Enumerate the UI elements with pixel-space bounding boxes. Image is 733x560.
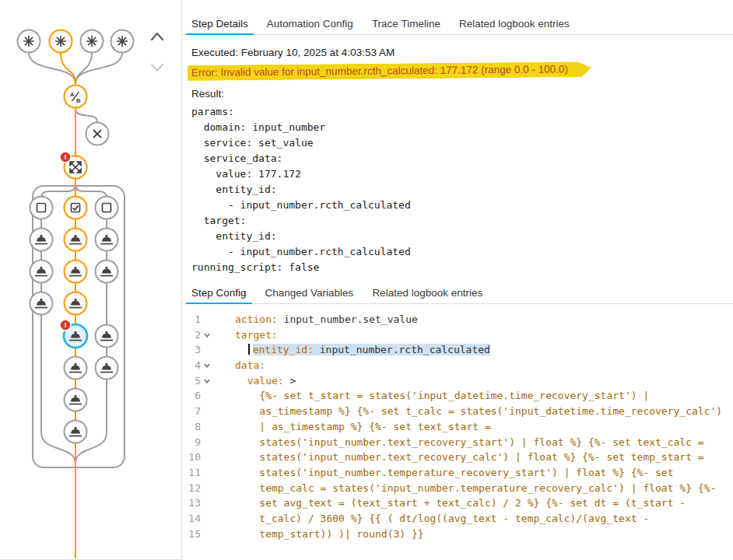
automation-trace-graph: A B [0, 0, 181, 560]
line-number: 8 [182, 419, 201, 435]
error-badge-selected: ! [60, 320, 71, 331]
service-node[interactable] [65, 357, 87, 380]
code-line-13[interactable]: 13 set avg_text = (text_start + text_cal… [182, 495, 733, 511]
code-line-9[interactable]: 9 states('input_number.text_recovery_sta… [182, 435, 733, 450]
code-line-5[interactable]: 5 value: > [182, 373, 733, 389]
service-node-active[interactable] [65, 229, 87, 251]
service-node[interactable] [65, 421, 87, 443]
line-number: 6 [182, 388, 201, 404]
result-yaml: params: domain: input_number service: se… [191, 104, 724, 275]
step-details-section: Executed: February 10, 2025 at 4:03:53 A… [182, 35, 733, 275]
code-text: temp_calc = states('input_number.tempera… [213, 481, 733, 496]
fold-spacer [201, 404, 213, 419]
code-line-1[interactable]: 1action: input_number.set_value [182, 312, 733, 327]
scroll-up-button[interactable] [152, 33, 163, 40]
line-number: 15 [182, 527, 201, 542]
error-badge-parallel: ! [60, 152, 71, 163]
detail-tabs: Step DetailsAutomation ConfigTrace Timel… [182, 16, 733, 35]
tab-step-config[interactable]: Step Config [182, 285, 256, 303]
code-text: target: [213, 327, 733, 343]
code-line-2[interactable]: 2target: [182, 327, 733, 343]
code-text: t_calc) / 3600 %} {{ ( dt/log((avg_text … [213, 511, 733, 527]
fold-spacer [201, 435, 213, 450]
code-text: states('input_number.text_recovery_start… [213, 435, 733, 450]
trigger-node-4[interactable] [111, 30, 134, 53]
condition-node-right[interactable] [96, 197, 118, 219]
line-number: 14 [182, 511, 201, 527]
line-number: 11 [182, 465, 201, 481]
line-number: 13 [182, 495, 201, 511]
fold-spacer [201, 388, 213, 404]
code-text: states('input_number.text_recovery_calc'… [213, 450, 733, 465]
service-node[interactable] [30, 261, 53, 283]
fold-arrow-icon[interactable] [201, 327, 213, 343]
code-line-14[interactable]: 14 t_calc) / 3600 %} {{ ( dt/log((avg_te… [182, 511, 733, 527]
line-number: 10 [182, 450, 201, 465]
code-editor[interactable]: 1action: input_number.set_value2target:3… [182, 312, 733, 541]
code-text: as_timestamp %} {%- set t_calc = states(… [213, 404, 733, 419]
code-text: value: > [213, 373, 733, 389]
code-line-7[interactable]: 7 as_timestamp %} {%- set t_calc = state… [182, 404, 733, 419]
config-tabs: Step ConfigChanged VariablesRelated logb… [182, 285, 733, 304]
executed-timestamp: Executed: February 10, 2025 at 4:03:53 A… [191, 47, 724, 58]
service-node[interactable] [96, 229, 118, 251]
service-node-active[interactable] [65, 261, 87, 283]
code-editor-lines: 1action: input_number.set_value2target:3… [182, 312, 733, 541]
fold-arrow-icon[interactable] [201, 373, 213, 389]
choose-node[interactable] [65, 86, 87, 108]
service-node-active[interactable] [65, 292, 87, 315]
condition-node-left[interactable] [30, 197, 53, 219]
service-node[interactable] [30, 292, 53, 315]
trigger-node-3[interactable] [81, 30, 103, 53]
service-node[interactable] [96, 261, 118, 283]
code-line-10[interactable]: 10 states('input_number.text_recovery_ca… [182, 450, 733, 465]
fold-spacer [201, 527, 213, 542]
svg-text:!: ! [64, 152, 66, 161]
trace-graph-panel: A B [0, 0, 182, 560]
code-text: data: [213, 358, 733, 373]
code-text: entity_id: input_number.rcth_calculated [213, 342, 733, 358]
scroll-down-button[interactable] [152, 65, 163, 71]
code-line-11[interactable]: 11 states('input_number.temperature_reco… [182, 465, 733, 481]
service-node[interactable] [30, 229, 53, 251]
line-number: 12 [182, 481, 201, 496]
code-line-3[interactable]: 3 entity_id: input_number.rcth_calculate… [182, 342, 733, 358]
tab-related-logbook-entries[interactable]: Related logbook entries [363, 285, 492, 303]
stop-node[interactable] [86, 123, 109, 145]
code-text: temp_start)) )| round(3) }} [213, 527, 733, 542]
fold-spacer [201, 481, 213, 496]
line-number: 2 [182, 327, 201, 343]
fold-spacer [201, 342, 213, 358]
result-label: Result: [191, 88, 724, 100]
code-line-15[interactable]: 15 temp_start)) )| round(3) }} [182, 527, 733, 542]
tab-changed-variables[interactable]: Changed Variables [256, 285, 363, 303]
code-text: action: input_number.set_value [213, 312, 733, 327]
trigger-node-1[interactable] [18, 30, 40, 53]
fold-spacer [201, 511, 213, 527]
line-number: 7 [182, 404, 201, 419]
code-line-4[interactable]: 4data: [182, 358, 733, 373]
service-node[interactable] [65, 389, 87, 411]
fold-spacer [201, 465, 213, 481]
trigger-node-2-active[interactable] [50, 30, 72, 53]
code-line-6[interactable]: 6 {%- set t_start = states('input_dateti… [182, 388, 733, 404]
condition-node-center-active[interactable] [65, 197, 87, 219]
fold-spacer [201, 312, 213, 327]
svg-text:!: ! [64, 320, 66, 329]
tab-step-details[interactable]: Step Details [182, 16, 258, 34]
text-cursor [248, 344, 250, 355]
service-node[interactable] [96, 325, 118, 348]
tab-related-logbook-entries[interactable]: Related logbook entries [450, 16, 579, 34]
line-number: 9 [182, 435, 201, 450]
code-text: {%- set t_start = states('input_datetime… [213, 388, 733, 404]
line-number: 4 [182, 358, 201, 373]
fold-arrow-icon[interactable] [201, 358, 213, 373]
tab-automation-config[interactable]: Automation Config [258, 16, 363, 34]
service-node[interactable] [96, 357, 118, 380]
tab-trace-timeline[interactable]: Trace Timeline [363, 16, 450, 34]
fold-spacer [201, 495, 213, 511]
code-line-8[interactable]: 8 | as_timestamp %} {%- set text_start = [182, 419, 733, 435]
code-text: | as_timestamp %} {%- set text_start = [213, 419, 733, 435]
code-line-12[interactable]: 12 temp_calc = states('input_number.temp… [182, 481, 733, 496]
fold-spacer [201, 419, 213, 435]
